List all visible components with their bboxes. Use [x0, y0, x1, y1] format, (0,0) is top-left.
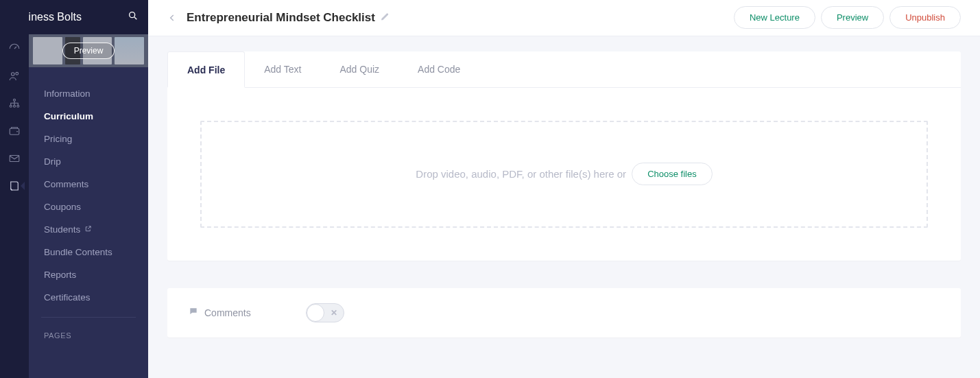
- book-icon[interactable]: [8, 180, 21, 192]
- comments-toggle[interactable]: ✕: [306, 303, 344, 322]
- external-link-icon: [84, 224, 92, 235]
- search-icon[interactable]: [128, 10, 139, 24]
- svg-point-0: [12, 73, 15, 76]
- svg-point-1: [16, 72, 19, 75]
- preview-button[interactable]: Preview: [62, 43, 115, 59]
- side-nav: Information Curriculum Pricing Drip Comm…: [29, 67, 148, 345]
- sidebar: Business Bolts Preview Information Curri…: [29, 0, 148, 378]
- file-dropzone[interactable]: Drop video, audio, PDF, or other file(s)…: [200, 121, 928, 228]
- dropzone-text: Drop video, audio, PDF, or other file(s)…: [416, 168, 626, 180]
- tab-add-text[interactable]: Add Text: [245, 51, 320, 87]
- sidebar-item-curriculum[interactable]: Curriculum: [29, 105, 148, 128]
- tab-add-file[interactable]: Add File: [167, 51, 245, 88]
- page-title: Entrepreneurial Mindset Checklist: [187, 11, 375, 25]
- sidebar-item-coupons[interactable]: Coupons: [29, 196, 148, 218]
- tab-add-code[interactable]: Add Code: [398, 51, 479, 87]
- edit-icon[interactable]: [381, 12, 390, 24]
- sitemap-icon[interactable]: [8, 97, 21, 110]
- unpublish-button[interactable]: Unpublish: [889, 6, 961, 29]
- sidebar-item-comments[interactable]: Comments: [29, 173, 148, 196]
- mail-icon[interactable]: [8, 152, 21, 165]
- add-content-card: Add File Add Text Add Quiz Add Code Drop…: [167, 51, 961, 261]
- sidebar-item-certificates[interactable]: Certificates: [29, 286, 148, 309]
- wallet-icon[interactable]: [8, 125, 21, 137]
- svg-point-8: [130, 12, 135, 18]
- svg-point-2: [14, 99, 16, 101]
- preview-button-top[interactable]: Preview: [821, 6, 884, 29]
- content-area: Add File Add Text Add Quiz Add Code Drop…: [148, 36, 980, 378]
- icon-rail: [0, 0, 29, 378]
- tab-add-quiz[interactable]: Add Quiz: [320, 51, 398, 87]
- sidebar-item-information[interactable]: Information: [29, 82, 148, 105]
- sidebar-item-bundle-contents[interactable]: Bundle Contents: [29, 241, 148, 263]
- sidebar-item-drip[interactable]: Drip: [29, 150, 148, 173]
- tabs: Add File Add Text Add Quiz Add Code: [167, 51, 961, 88]
- comments-label: Comments: [204, 307, 251, 318]
- topbar: Entrepreneurial Mindset Checklist New Le…: [148, 0, 980, 36]
- sidebar-item-students[interactable]: Students: [29, 218, 148, 241]
- toggle-off-icon: ✕: [331, 308, 337, 318]
- sidebar-section-pages: PAGES: [29, 318, 148, 345]
- new-lecture-button[interactable]: New Lecture: [734, 6, 815, 29]
- toggle-knob: [307, 304, 324, 322]
- choose-files-button[interactable]: Choose files: [632, 163, 713, 185]
- svg-point-5: [17, 105, 19, 107]
- svg-point-4: [14, 105, 16, 107]
- users-icon[interactable]: [8, 70, 21, 82]
- dropzone-wrap: Drop video, audio, PDF, or other file(s)…: [167, 88, 961, 261]
- sidebar-item-pricing[interactable]: Pricing: [29, 128, 148, 150]
- sidebar-item-reports[interactable]: Reports: [29, 263, 148, 286]
- comments-card: Comments ✕: [167, 288, 961, 338]
- svg-rect-7: [10, 156, 19, 162]
- comments-icon: [188, 307, 204, 319]
- svg-point-3: [10, 105, 12, 107]
- dashboard-icon[interactable]: [8, 43, 21, 55]
- back-chevron-icon[interactable]: [167, 13, 177, 23]
- main: Entrepreneurial Mindset Checklist New Le…: [148, 0, 980, 378]
- course-preview-thumbnail[interactable]: Preview: [29, 34, 148, 67]
